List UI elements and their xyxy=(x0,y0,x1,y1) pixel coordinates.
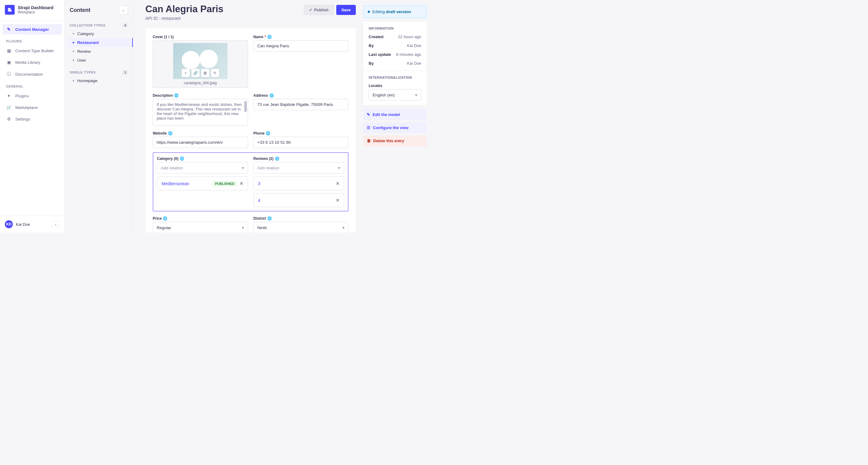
category-tag-link[interactable]: Mediterranean xyxy=(161,181,189,186)
cover-image[interactable]: + 🔗 🗑 ✎ xyxy=(173,43,227,79)
pencil-square-icon: ✎ xyxy=(6,27,11,32)
cover-edit-button[interactable]: ✎ xyxy=(211,69,219,77)
cover-delete-button[interactable]: 🗑 xyxy=(201,69,210,77)
field-reviews: Reviews (2) 🌐 Add relation ▾ 3 ✕ 4 ✕ xyxy=(253,157,344,207)
info-card: INFORMATION Created22 hours ago ByKai Do… xyxy=(363,22,427,106)
cart-icon: 🛒 xyxy=(6,105,11,110)
category-add-relation[interactable]: Add relation ▾ xyxy=(157,162,248,174)
pencil-icon: ✎ xyxy=(367,112,370,117)
review-tag-4: 4 ✕ xyxy=(253,194,344,207)
globe-icon: 🌐 xyxy=(174,93,179,98)
nav-marketplace[interactable]: 🛒 Marketplace xyxy=(2,102,62,112)
single-item-homepage[interactable]: Homepage xyxy=(68,76,129,85)
main-content: Can Alegria Paris API ID : restaurant ✓ … xyxy=(133,0,434,232)
page-subtitle: API ID : restaurant xyxy=(145,16,223,21)
status-dot-icon xyxy=(368,11,370,13)
phone-input[interactable] xyxy=(253,137,349,148)
locale-select[interactable]: English (en) ▾ xyxy=(369,89,421,101)
configure-view-button[interactable]: ☰ Configure the view xyxy=(363,122,427,133)
price-select[interactable]: Regular ▾ xyxy=(153,222,248,232)
name-input[interactable] xyxy=(253,40,349,52)
address-input[interactable] xyxy=(253,99,349,110)
collection-types-label: COLLECTION TYPES xyxy=(70,24,105,27)
collection-types-count: 4 xyxy=(122,23,128,28)
cover-add-button[interactable]: + xyxy=(181,69,190,77)
chevron-down-icon: ▾ xyxy=(342,225,344,230)
globe-icon: 🌐 xyxy=(180,157,184,161)
nav-plugins[interactable]: ✦ Plugins xyxy=(2,91,62,101)
globe-icon: 🌐 xyxy=(168,131,173,135)
search-icon: ⌕ xyxy=(122,8,125,12)
nav-section-plugins: PLUGINS xyxy=(0,35,64,45)
plus-icon: + xyxy=(184,71,187,75)
cover-filename: canalegria_004.jpeg xyxy=(184,81,217,85)
status-banner: Editing draft version xyxy=(363,5,427,18)
puzzle-icon: ✦ xyxy=(6,93,11,98)
description-textarea[interactable]: If you like Mediterranean and exotic dis… xyxy=(153,99,248,126)
delete-entry-button[interactable]: 🗑 Delete this entry xyxy=(363,135,427,146)
nav-section-general: GENERAL xyxy=(0,80,64,90)
collection-item-user[interactable]: User xyxy=(68,56,129,65)
globe-icon: 🌐 xyxy=(267,35,272,39)
collection-item-review[interactable]: Review xyxy=(68,47,129,56)
check-icon: ✓ xyxy=(309,8,312,12)
district-select[interactable]: Ninth ▾ xyxy=(253,222,349,232)
collapse-sidebar-button[interactable]: ‹ xyxy=(52,221,60,228)
info-title: INFORMATION xyxy=(369,27,421,30)
publish-button[interactable]: ✓ Publish xyxy=(304,5,334,15)
field-address: Address 🌐 xyxy=(253,93,349,126)
nav-media-library[interactable]: ▣ Media Library xyxy=(2,57,62,67)
collection-item-category[interactable]: Category xyxy=(68,29,129,38)
strapi-logo xyxy=(5,5,15,14)
single-types-count: 1 xyxy=(122,70,128,74)
list-icon: ☰ xyxy=(367,125,370,130)
review-tag-link[interactable]: 3 xyxy=(258,181,260,186)
edit-model-button[interactable]: ✎ Edit the model xyxy=(363,109,427,120)
nav-settings[interactable]: ⚙ Settings xyxy=(2,114,62,124)
single-types-label: SINGLE TYPES xyxy=(70,70,96,74)
chevron-down-icon: ▾ xyxy=(415,93,417,97)
layout-icon: ▦ xyxy=(6,48,11,53)
side-panel: Editing draft version INFORMATION Create… xyxy=(363,0,434,232)
cover-link-button[interactable]: 🔗 xyxy=(191,69,200,77)
globe-icon: 🌐 xyxy=(267,216,272,221)
image-icon: ▣ xyxy=(6,60,11,65)
form-card: Cover (1 / 1) + 🔗 🗑 ✎ canalegria_004.jpe… xyxy=(145,28,356,232)
remove-review-button[interactable]: ✕ xyxy=(336,197,340,203)
content-sidebar-title: Content xyxy=(70,7,90,13)
field-price: Price 🌐 Regular ▾ xyxy=(153,216,248,232)
main-sidebar: Strapi Dashboard Workplace ✎ Content Man… xyxy=(0,0,65,232)
info-icon: ⓘ xyxy=(6,71,11,77)
field-category: Category (0) 🌐 Add relation ▾ Mediterran… xyxy=(157,157,248,207)
collection-item-restaurant[interactable]: Restaurant xyxy=(68,38,133,47)
nav-content-manager[interactable]: ✎ Content Manager xyxy=(2,24,62,34)
user-name: Kai Doe xyxy=(16,222,30,227)
intl-title: INTERNATIONALIZATION xyxy=(369,76,421,79)
reviews-add-relation[interactable]: Add relation ▾ xyxy=(253,162,344,174)
save-button[interactable]: Save xyxy=(336,5,356,15)
user-avatar[interactable]: KD xyxy=(5,220,13,228)
page-header: Can Alegria Paris API ID : restaurant ✓ … xyxy=(145,4,356,28)
chevron-down-icon: ▾ xyxy=(242,165,244,170)
globe-icon: 🌐 xyxy=(266,131,270,135)
remove-review-button[interactable]: ✕ xyxy=(336,180,340,187)
nav-documentation[interactable]: ⓘ Documentation xyxy=(2,69,62,80)
remove-category-button[interactable]: ✕ xyxy=(240,180,243,187)
field-phone: Phone 🌐 xyxy=(253,131,349,148)
globe-icon: 🌐 xyxy=(269,93,274,98)
website-input[interactable] xyxy=(153,137,248,148)
chevron-down-icon: ▾ xyxy=(242,225,244,230)
field-website: Website 🌐 xyxy=(153,131,248,148)
search-button[interactable]: ⌕ xyxy=(119,5,128,14)
nav-content-type-builder[interactable]: ▦ Content-Type Builder xyxy=(2,45,62,56)
review-tag-link[interactable]: 4 xyxy=(258,198,260,203)
link-icon: 🔗 xyxy=(193,71,198,75)
trash-icon: 🗑 xyxy=(367,138,371,143)
content-sidebar: Content ⌕ COLLECTION TYPES 4 Category Re… xyxy=(65,0,133,232)
brand-subtitle: Workplace xyxy=(18,10,54,14)
gear-icon: ⚙ xyxy=(6,117,11,122)
field-name: Name* 🌐 xyxy=(253,35,349,88)
globe-icon: 🌐 xyxy=(163,216,167,221)
scrollbar-thumb[interactable] xyxy=(244,101,247,112)
brand-title: Strapi Dashboard xyxy=(18,5,54,10)
